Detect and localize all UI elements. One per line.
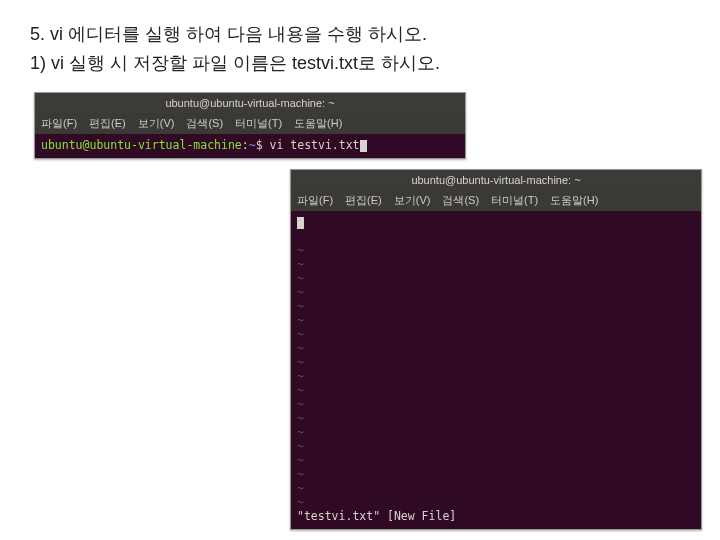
terminal2-titlebar: ubuntu@ubuntu-virtual-machine: ~ bbox=[291, 170, 701, 190]
menu-help[interactable]: 도움말(H) bbox=[550, 193, 598, 208]
prompt-separator: : bbox=[242, 138, 249, 152]
menu-edit[interactable]: 편집(E) bbox=[89, 116, 126, 131]
menu-view[interactable]: 보기(V) bbox=[138, 116, 175, 131]
cursor-icon bbox=[360, 140, 367, 152]
vi-cursor-icon bbox=[297, 217, 304, 229]
vi-status-line: "testvi.txt" [New File] bbox=[297, 509, 456, 523]
menu-view[interactable]: 보기(V) bbox=[394, 193, 431, 208]
menu-edit[interactable]: 편집(E) bbox=[345, 193, 382, 208]
terminal-window-command: ubuntu@ubuntu-virtual-machine: ~ 파일(F) 편… bbox=[34, 92, 466, 159]
prompt-path: ~ bbox=[249, 138, 256, 152]
instruction-block: 5. vi 에디터를 실행 하여 다음 내용을 수행 하시오. 1) vi 실행… bbox=[30, 20, 690, 78]
prompt-user: ubuntu@ubuntu-virtual-machine bbox=[41, 138, 242, 152]
vi-empty-line-tildes: ~ ~ ~ ~ ~ ~ ~ ~ ~ ~ ~ ~ ~ ~ ~ ~ ~ ~ ~ bbox=[297, 243, 304, 509]
terminal2-menubar: 파일(F) 편집(E) 보기(V) 검색(S) 터미널(T) 도움말(H) bbox=[291, 190, 701, 211]
menu-search[interactable]: 검색(S) bbox=[442, 193, 479, 208]
instruction-line-2: 1) vi 실행 시 저장할 파일 이름은 testvi.txt로 하시오. bbox=[30, 49, 690, 78]
menu-help[interactable]: 도움말(H) bbox=[294, 116, 342, 131]
terminal2-body[interactable]: ~ ~ ~ ~ ~ ~ ~ ~ ~ ~ ~ ~ ~ ~ ~ ~ ~ ~ ~ "t… bbox=[291, 211, 701, 529]
menu-file[interactable]: 파일(F) bbox=[297, 193, 333, 208]
menu-terminal[interactable]: 터미널(T) bbox=[491, 193, 538, 208]
prompt-dollar: $ bbox=[256, 138, 270, 152]
terminal1-body[interactable]: ubuntu@ubuntu-virtual-machine:~$ vi test… bbox=[35, 134, 465, 158]
instruction-line-1: 5. vi 에디터를 실행 하여 다음 내용을 수행 하시오. bbox=[30, 20, 690, 49]
terminal1-menubar: 파일(F) 편집(E) 보기(V) 검색(S) 터미널(T) 도움말(H) bbox=[35, 113, 465, 134]
terminal1-titlebar: ubuntu@ubuntu-virtual-machine: ~ bbox=[35, 93, 465, 113]
typed-command: vi testvi.txt bbox=[270, 138, 360, 152]
terminal-window-vi: ubuntu@ubuntu-virtual-machine: ~ 파일(F) 편… bbox=[290, 169, 702, 530]
menu-file[interactable]: 파일(F) bbox=[41, 116, 77, 131]
menu-terminal[interactable]: 터미널(T) bbox=[235, 116, 282, 131]
menu-search[interactable]: 검색(S) bbox=[186, 116, 223, 131]
